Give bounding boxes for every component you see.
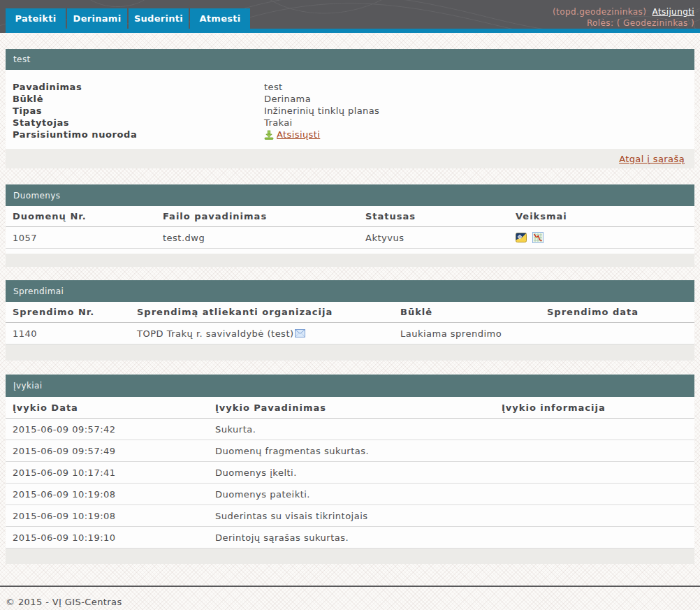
duomenys-failas: test.dwg	[156, 233, 358, 243]
field-value: Trakai	[264, 117, 293, 129]
field-value: test	[264, 81, 283, 93]
duomenys-footer-bar	[6, 254, 694, 267]
nav-accent-strip	[6, 29, 700, 33]
back-bar: Atgal į sąrašą	[6, 149, 694, 168]
field-label: Būklė	[6, 93, 264, 105]
sprendimai-footer-bar	[6, 344, 694, 361]
ivykio-data: 2015-06-09 10:17:41	[6, 467, 208, 478]
ivykio-data: 2015-06-09 10:19:08	[6, 489, 208, 500]
col-bukle: Būklė	[393, 307, 540, 317]
tab-atmesti[interactable]: Atmesti	[190, 8, 250, 29]
map-chart-icon[interactable]	[532, 232, 544, 243]
duomenys-nr: 1057	[6, 233, 156, 243]
col-ivykio-data: Įvykio Data	[6, 402, 208, 413]
field-value: Derinama	[264, 93, 311, 105]
col-sprendimo-data: Sprendimo data	[540, 307, 694, 317]
top-navigation: Pateikti Derinami Suderinti Atmesti (top…	[0, 0, 700, 33]
col-veiksmai: Veiksmai	[509, 211, 694, 222]
field-value: Inžinerinių tinklų planas	[264, 105, 379, 117]
tab-derinami[interactable]: Derinami	[67, 8, 127, 29]
ivykio-pavadinimas: Sukurta.	[208, 424, 495, 435]
download-icon	[264, 130, 274, 140]
copyright-label: © 2015 - VĮ GIS-Centras	[6, 597, 122, 607]
ivykio-pavadinimas: Duomenys įkelti.	[208, 467, 495, 478]
detail-panel-title: test	[6, 49, 694, 70]
detail-fields: Pavadinimas test Būklė Derinama Tipas In…	[6, 70, 694, 149]
ivykio-data: 2015-06-09 10:19:08	[6, 511, 208, 521]
ivykio-data: 2015-06-09 09:57:49	[6, 446, 208, 456]
ivykiai-row: 2015-06-09 10:19:08 Suderintas su visais…	[6, 505, 694, 527]
sprendimo-nr: 1140	[6, 328, 130, 339]
ivykiai-row: 2015-06-09 10:19:10 Derintojų sąrašas su…	[6, 527, 694, 549]
duomenys-statusas: Aktyvus	[358, 233, 509, 243]
col-failo-pavadinimas: Failo pavadinimas	[156, 211, 358, 222]
ivykiai-footer-bar	[6, 549, 694, 564]
col-organizacija: Sprendimą atliekanti organizacija	[130, 307, 393, 317]
ivykio-pavadinimas: Derintojų sąrašas sukurtas.	[208, 532, 495, 543]
sprendimo-bukle: Laukiama sprendimo	[393, 328, 540, 339]
sprendimo-organizacija: TOPD Trakų r. savivaldybė (test)	[130, 328, 393, 339]
site-footer: © 2015 - VĮ GIS-Centras	[0, 586, 700, 607]
col-sprendimo-nr: Sprendimo Nr.	[6, 307, 130, 317]
field-value: Atsisiųsti	[264, 129, 320, 140]
user-info: (topd.geodezininkas) Atsijungti Rolės: (…	[553, 6, 694, 29]
field-pavadinimas: Pavadinimas test	[6, 81, 694, 93]
logout-link[interactable]: Atsijungti	[652, 7, 695, 17]
sprendimai-title: Sprendimai	[6, 280, 694, 302]
ivykio-data: 2015-06-09 10:19:10	[6, 532, 208, 543]
ivykiai-row: 2015-06-09 10:19:08 Duomenys pateikti.	[6, 484, 694, 505]
nav-tabs: Pateikti Derinami Suderinti Atmesti	[6, 8, 250, 29]
section-gap	[6, 267, 694, 280]
field-statytojas: Statytojas Trakai	[6, 117, 694, 129]
ivykio-data: 2015-06-09 09:57:42	[6, 424, 208, 435]
field-parsisiuntimo-nuoroda: Parsisiuntimo nuoroda Atsisiųsti	[6, 129, 694, 140]
tab-suderinti[interactable]: Suderinti	[129, 8, 189, 29]
sprendimai-row: 1140 TOPD Trakų r. savivaldybė (test) La…	[6, 323, 694, 344]
ivykio-pavadinimas: Suderintas su visais tikrintojais	[208, 511, 495, 521]
col-duomenu-nr: Duomenų Nr.	[6, 211, 156, 222]
col-ivykio-informacija: Įvykio informacija	[495, 402, 694, 413]
download-link[interactable]: Atsisiųsti	[277, 129, 320, 140]
duomenys-header-row: Duomenų Nr. Failo pavadinimas Statusas V…	[6, 206, 694, 227]
organizacija-label: TOPD Trakų r. savivaldybė (test)	[137, 328, 294, 339]
field-tipas: Tipas Inžinerinių tinklų planas	[6, 105, 694, 117]
field-bukle: Būklė Derinama	[6, 93, 694, 105]
mail-icon[interactable]	[295, 329, 305, 337]
ivykiai-row: 2015-06-09 09:57:49 Duomenų fragmentas s…	[6, 440, 694, 462]
ivykio-pavadinimas: Duomenų fragmentas sukurtas.	[208, 446, 495, 456]
field-label: Parsisiuntimo nuoroda	[6, 129, 264, 140]
col-ivykio-pavadinimas: Įvykio Pavadinimas	[208, 402, 495, 413]
duomenys-row: 1057 test.dwg Aktyvus	[6, 227, 694, 249]
detail-panel: test Pavadinimas test Būklė Derinama Tip…	[6, 49, 694, 168]
sprendimai-header-row: Sprendimo Nr. Sprendimą atliekanti organ…	[6, 302, 694, 323]
dwg-preview-icon[interactable]	[516, 232, 527, 243]
field-label: Statytojas	[6, 117, 264, 129]
tab-pateikti[interactable]: Pateikti	[6, 8, 66, 29]
duomenys-panel: Duomenys Duomenų Nr. Failo pavadinimas S…	[6, 184, 694, 267]
duomenys-veiksmai	[509, 232, 694, 244]
ivykio-pavadinimas: Duomenys pateikti.	[208, 489, 495, 500]
section-gap	[6, 361, 694, 375]
ivykiai-row: 2015-06-09 10:17:41 Duomenys įkelti.	[6, 462, 694, 484]
sprendimai-panel: Sprendimai Sprendimo Nr. Sprendimą atlie…	[6, 280, 694, 361]
field-label: Pavadinimas	[6, 81, 264, 93]
username-label: (topd.geodezininkas)	[553, 7, 646, 17]
ivykiai-row: 2015-06-09 09:57:42 Sukurta.	[6, 419, 694, 440]
ivykiai-header-row: Įvykio Data Įvykio Pavadinimas Įvykio in…	[6, 397, 694, 419]
roles-label: Rolės: ( Geodezininkas )	[553, 17, 694, 29]
section-gap	[6, 168, 694, 184]
col-statusas: Statusas	[358, 211, 509, 222]
duomenys-title: Duomenys	[6, 184, 694, 206]
field-label: Tipas	[6, 105, 264, 117]
ivykiai-panel: Įvykiai Įvykio Data Įvykio Pavadinimas Į…	[6, 375, 694, 564]
table-bottom-spacer	[6, 249, 694, 254]
back-to-list-link[interactable]: Atgal į sąrašą	[619, 154, 685, 164]
ivykiai-title: Įvykiai	[6, 375, 694, 397]
